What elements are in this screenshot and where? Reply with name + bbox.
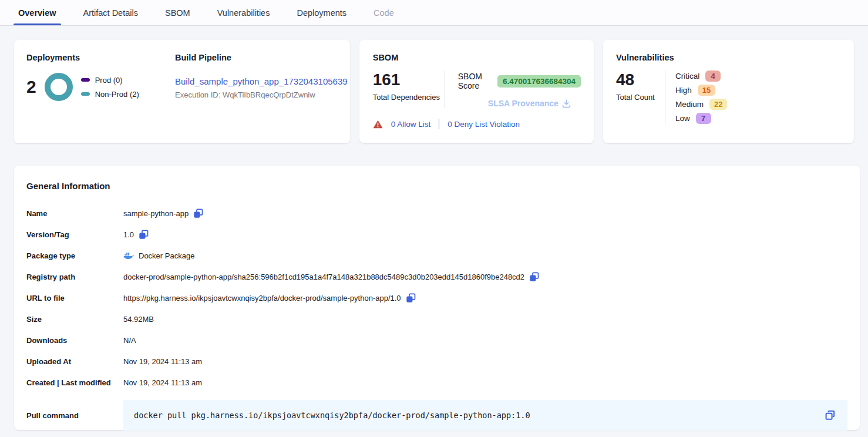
- deployments-card: Deployments 2 Prod (0) Non-Prod (2) Buil…: [14, 40, 350, 143]
- registry-path-value: docker-prod/sample-python-app/sha256:596…: [123, 273, 524, 281]
- info-row-registry-path: Registry path docker-prod/sample-python-…: [26, 266, 847, 287]
- severity-low-count-badge: 7: [696, 113, 711, 124]
- prod-swatch-icon: [81, 78, 90, 82]
- created-modified-label: Created | Last modified: [26, 378, 123, 387]
- execution-id-text: Execution ID: WqkTiIbBRqecQrpDtZwniw: [175, 90, 348, 99]
- summary-cards-row: Deployments 2 Prod (0) Non-Prod (2) Buil…: [14, 40, 854, 143]
- copy-icon[interactable]: [139, 230, 149, 240]
- severity-row-critical: Critical 4: [675, 70, 727, 82]
- legend-nonprod-label: Non-Prod (2): [95, 90, 139, 99]
- sbom-score-label: SBOM Score: [458, 72, 493, 90]
- tab-vulnerabilities[interactable]: Vulnerabilities: [217, 0, 270, 25]
- allow-list-link[interactable]: 0 Allow List: [391, 120, 431, 129]
- copy-icon[interactable]: [529, 272, 539, 282]
- warning-triangle-icon: [373, 120, 383, 129]
- tab-code[interactable]: Code: [374, 0, 394, 25]
- copy-icon[interactable]: [193, 209, 203, 218]
- uploaded-at-label: Uploaded At: [26, 357, 123, 366]
- severity-medium-count-badge: 22: [709, 99, 727, 110]
- version-label: Version/Tag: [26, 230, 123, 239]
- info-row-name: Name sample-python-app: [26, 203, 847, 224]
- vulnerabilities-total-label: Total Count: [616, 93, 665, 102]
- deployments-total-count: 2: [26, 77, 36, 97]
- severity-high-count-badge: 15: [698, 85, 715, 96]
- tab-deployments[interactable]: Deployments: [297, 0, 346, 25]
- severity-high-label: High: [675, 86, 692, 95]
- severity-row-high: High 15: [675, 85, 727, 96]
- severity-medium-label: Medium: [675, 100, 704, 109]
- pull-command-box: docker pull pkg.harness.io/ikpsjoavtcwxn…: [123, 400, 847, 431]
- size-value: 54.92MB: [123, 315, 154, 324]
- sbom-total-label: Total Dependencies: [373, 93, 445, 102]
- info-row-pull-command: Pull command docker pull pkg.harness.io/…: [26, 400, 847, 431]
- tab-overview[interactable]: Overview: [18, 0, 56, 25]
- build-pipeline-title: Build Pipeline: [175, 53, 348, 62]
- sbom-card: SBOM 161 Total Dependencies SBOM Score 6…: [359, 40, 594, 143]
- downloads-value: N/A: [123, 336, 136, 345]
- size-label: Size: [26, 315, 123, 324]
- downloads-label: Downloads: [26, 336, 123, 345]
- pull-command-label: Pull command: [26, 411, 123, 420]
- info-row-url: URL to file https://pkg.harness.io/ikpsj…: [26, 287, 847, 308]
- package-type-value: Docker Package: [139, 251, 194, 260]
- deployments-legend: Prod (0) Non-Prod (2): [81, 76, 139, 99]
- info-row-downloads: Downloads N/A: [26, 330, 847, 351]
- url-to-file-label: URL to file: [26, 294, 123, 302]
- docker-whale-icon: [123, 251, 134, 260]
- info-row-version: Version/Tag 1.0: [26, 224, 847, 245]
- severity-low-label: Low: [675, 114, 690, 123]
- general-information-title: General Information: [26, 181, 847, 191]
- tab-bar: Overview Artifact Details SBOM Vulnerabi…: [0, 0, 868, 26]
- severity-critical-label: Critical: [675, 72, 699, 80]
- deployments-donut-chart: [45, 73, 73, 101]
- sbom-score-badge: 6.470017636684304: [497, 75, 581, 88]
- legend-prod-label: Prod (0): [95, 76, 123, 85]
- sbom-total-dependencies-count: 161: [373, 70, 445, 89]
- created-modified-value: Nov 19, 2024 11:13 am: [123, 378, 202, 387]
- severity-row-medium: Medium 22: [675, 99, 727, 110]
- url-to-file-value: https://pkg.harness.io/ikpsjoavtcwxnqisy…: [123, 294, 401, 302]
- legend-item-prod: Prod (0): [81, 76, 139, 85]
- severity-row-low: Low 7: [675, 113, 727, 124]
- legend-item-nonprod: Non-Prod (2): [81, 90, 139, 99]
- copy-icon[interactable]: [406, 293, 416, 303]
- package-type-label: Package type: [26, 251, 123, 260]
- links-divider: [439, 119, 439, 129]
- vulnerabilities-card: Vulnerabilities 48 Total Count Critical …: [603, 40, 854, 143]
- pull-command-copy-icon[interactable]: [825, 410, 836, 421]
- uploaded-at-value: Nov 19, 2024 11:13 am: [123, 357, 202, 366]
- severity-list: Critical 4 High 15 Medium 22 Low 7: [665, 70, 727, 124]
- nonprod-swatch-icon: [81, 92, 90, 96]
- name-value: sample-python-app: [123, 209, 189, 218]
- sbom-title: SBOM: [373, 53, 581, 62]
- tab-sbom[interactable]: SBOM: [165, 0, 190, 25]
- info-row-created-modified: Created | Last modified Nov 19, 2024 11:…: [26, 372, 847, 393]
- vulnerabilities-title: Vulnerabilities: [616, 53, 841, 62]
- version-value: 1.0: [123, 230, 134, 239]
- name-label: Name: [26, 209, 123, 218]
- info-row-package-type: Package type Docker Package: [26, 245, 847, 266]
- registry-path-label: Registry path: [26, 273, 123, 281]
- info-row-uploaded-at: Uploaded At Nov 19, 2024 11:13 am: [26, 351, 847, 372]
- vulnerabilities-total-count: 48: [616, 70, 665, 89]
- build-pipeline-link[interactable]: Build_sample_python_app_1732043105639: [175, 76, 348, 86]
- deny-list-violation-link[interactable]: 0 Deny List Violation: [448, 120, 520, 129]
- slsa-provenance-link[interactable]: SLSA Provenance: [488, 99, 559, 108]
- download-icon[interactable]: [562, 99, 571, 108]
- general-information-card: General Information Name sample-python-a…: [14, 166, 860, 430]
- info-row-size: Size 54.92MB: [26, 308, 847, 330]
- deployments-title: Deployments: [26, 53, 163, 62]
- severity-critical-count-badge: 4: [705, 70, 721, 82]
- pull-command-value: docker pull pkg.harness.io/ikpsjoavtcwxn…: [134, 411, 825, 420]
- tab-artifact-details[interactable]: Artifact Details: [83, 0, 138, 25]
